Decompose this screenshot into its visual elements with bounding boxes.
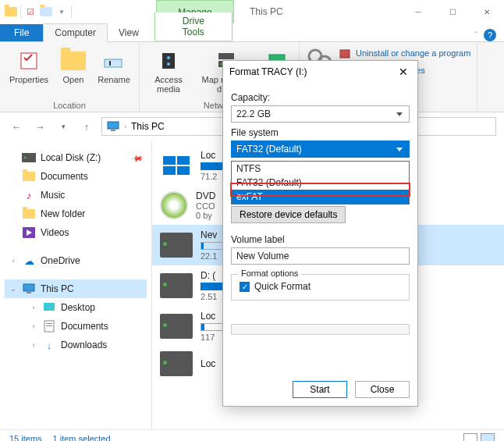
nav-this-pc[interactable]: ⌄This PC	[5, 279, 147, 298]
fs-option-ntfs[interactable]: NTFS	[232, 162, 409, 176]
capacity-label: Capacity:	[231, 92, 410, 103]
dialog-close-button[interactable]: ✕	[396, 66, 411, 78]
pin-icon: 📌	[131, 151, 144, 164]
open-button[interactable]: Open	[56, 45, 91, 99]
open-label: Open	[63, 75, 84, 84]
item-name: Nev	[201, 229, 224, 240]
drive-icon	[160, 273, 193, 298]
back-button[interactable]: ←	[8, 118, 25, 135]
ribbon-collapse-icon[interactable]: ˆ	[475, 31, 477, 40]
view-tiles-button[interactable]	[481, 433, 495, 442]
svg-rect-21	[23, 284, 34, 291]
volume-label-input[interactable]: New Volume	[231, 247, 410, 265]
item-sub: 2.51	[201, 292, 224, 301]
close-button[interactable]: Close	[355, 381, 410, 398]
music-icon: ♪	[22, 189, 36, 201]
dialog-title: Format TRACY (I:)	[229, 66, 307, 77]
item-name: Loc	[201, 150, 224, 161]
close-button[interactable]: ✕	[470, 1, 504, 23]
svg-point-5	[167, 62, 170, 66]
nav-new-folder-label: New folder	[41, 208, 85, 219]
help-icon[interactable]: ?	[484, 29, 496, 41]
svg-rect-23	[44, 303, 55, 311]
svg-rect-16	[111, 130, 115, 131]
open-folder-icon	[61, 48, 86, 73]
status-bar: 15 items 1 item selected	[0, 429, 504, 441]
item-sub: 22.1	[201, 251, 224, 261]
fs-option-exfat[interactable]: exFAT	[232, 190, 409, 204]
svg-rect-25	[46, 323, 52, 324]
dialog-titlebar[interactable]: Format TRACY (I:) ✕	[223, 61, 417, 83]
nav-local-disk[interactable]: Local Disk (Z:)📌	[5, 148, 147, 167]
start-button[interactable]: Start	[293, 381, 347, 398]
drive-icon	[160, 233, 193, 258]
quick-format-checkbox[interactable]: ✓ Quick Format	[240, 281, 401, 292]
fs-option-fat32[interactable]: FAT32 (Default)	[232, 176, 409, 190]
drive-icon	[160, 314, 193, 339]
recent-button[interactable]: ▾	[55, 118, 72, 135]
folder-icon	[22, 208, 36, 220]
desktop-icon	[42, 301, 56, 314]
drive-icon	[22, 151, 36, 164]
properties-icon	[16, 48, 41, 73]
properties-button[interactable]: Properties	[6, 45, 51, 99]
view-details-button[interactable]	[463, 433, 477, 442]
explorer-icon	[5, 5, 17, 18]
qat-checkbox-icon[interactable]: ☑	[24, 5, 37, 18]
uninstall-link[interactable]: Uninstall or change a program	[339, 45, 470, 61]
svg-rect-8	[218, 53, 234, 59]
qat-dropdown-icon[interactable]: ▼	[55, 5, 68, 18]
forward-button[interactable]: →	[31, 118, 48, 135]
title-bar: ☑ ▼ Manage This PC ─ ☐ ✕	[0, 0, 504, 23]
item-name: Loc	[201, 358, 215, 369]
nav-videos[interactable]: Videos	[5, 223, 147, 242]
checkbox-checked-icon: ✓	[240, 282, 250, 292]
cloud-icon: ☁	[22, 254, 36, 267]
address-path: This PC	[131, 121, 165, 132]
filesystem-select[interactable]: FAT32 (Default)	[231, 140, 410, 158]
capacity-value: 22.2 GB	[236, 108, 271, 119]
nav-desktop[interactable]: ›Desktop	[5, 298, 147, 317]
nav-new-folder[interactable]: New folder	[5, 204, 147, 223]
maximize-button[interactable]: ☐	[435, 1, 470, 23]
svg-rect-26	[46, 325, 52, 326]
uninstall-label: Uninstall or change a program	[356, 48, 470, 58]
nav-downloads[interactable]: ›↓Downloads	[5, 336, 147, 354]
tab-file[interactable]: File	[0, 24, 43, 41]
nav-music-label: Music	[41, 190, 65, 201]
access-media-button[interactable]: Access media	[146, 45, 191, 99]
item-sub: CCO	[196, 201, 215, 211]
nav-downloads-label: Downloads	[61, 340, 107, 350]
up-button[interactable]: ↑	[78, 118, 95, 135]
window-title: This PC	[234, 6, 401, 17]
this-pc-icon	[107, 121, 119, 132]
capacity-select[interactable]: 22.2 GB	[231, 105, 410, 123]
qat-folder-icon[interactable]	[40, 5, 52, 18]
chevron-down-icon: ⌄	[9, 285, 17, 293]
svg-rect-2	[109, 61, 111, 66]
svg-point-4	[167, 56, 170, 59]
rename-label: Rename	[98, 75, 130, 84]
restore-defaults-button[interactable]: Restore device defaults	[231, 206, 346, 223]
nav-onedrive[interactable]: ›☁OneDrive	[5, 251, 147, 270]
tab-view[interactable]: View	[108, 24, 150, 41]
chevron-right-icon: ›	[9, 257, 17, 265]
nav-documents[interactable]: Documents	[5, 167, 147, 186]
nav-videos-label: Videos	[41, 227, 69, 238]
minimize-button[interactable]: ─	[401, 1, 435, 23]
uninstall-icon	[339, 47, 351, 59]
rename-button[interactable]: Rename	[95, 45, 133, 99]
tab-computer[interactable]: Computer	[43, 23, 108, 42]
access-media-label: Access media	[146, 75, 191, 94]
nav-music[interactable]: ♪Music	[5, 186, 147, 204]
nav-desktop-label: Desktop	[61, 302, 95, 313]
format-progress	[231, 324, 410, 335]
ribbon-group-location-label: Location	[6, 99, 133, 110]
svg-rect-15	[108, 122, 119, 129]
chevron-right-icon: ›	[30, 322, 37, 330]
server-icon	[156, 48, 181, 73]
tab-drive-tools[interactable]: Drive Tools	[154, 12, 232, 41]
svg-point-18	[24, 157, 27, 159]
nav-documents-2[interactable]: ›Documents	[5, 317, 147, 336]
dvd-icon	[160, 191, 188, 219]
